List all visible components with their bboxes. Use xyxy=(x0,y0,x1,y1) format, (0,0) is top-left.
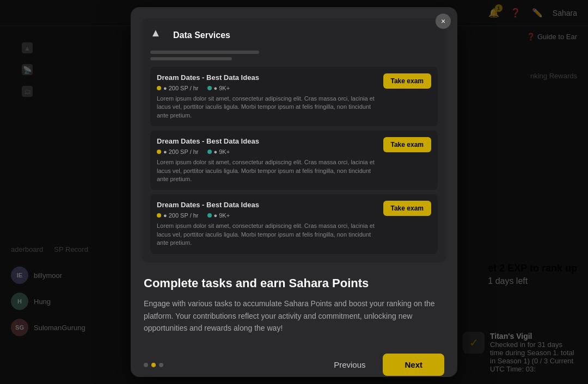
modal-card-title: Data Services xyxy=(173,30,230,40)
modal-body-text: Engage with various tasks to accumulate … xyxy=(144,298,444,334)
dp-dot-3 xyxy=(207,213,212,218)
modal-close-button[interactable]: × xyxy=(436,14,451,29)
sp-dot-2 xyxy=(157,150,161,154)
course-card-2: Dream Dates - Best Data Ideas ● 200 SP /… xyxy=(150,131,438,190)
course-desc-3: Lorem ipsum dolor sit amet, consectetur … xyxy=(157,222,376,247)
course-dp-3: ● 9K+ xyxy=(207,212,230,219)
modal-card-icon: ▲ xyxy=(150,27,168,44)
course-desc-1: Lorem ipsum dolor sit amet, consectetur … xyxy=(157,95,376,120)
dot-2 xyxy=(151,363,156,367)
modal-bottom: Complete tasks and earn Sahara Points En… xyxy=(131,263,457,345)
course-meta-2: ● 200 SP / hr ● 9K+ xyxy=(157,148,376,155)
overlay: × ▲ Data Services Dream Dates - Best Dat… xyxy=(0,0,588,384)
course-action-2: Take exam xyxy=(382,137,431,152)
dp-dot-2 xyxy=(207,150,212,154)
course-desc-2: Lorem ipsum dolor sit amet, consectetur … xyxy=(157,158,376,183)
bar-1 xyxy=(150,51,259,54)
dot-3 xyxy=(159,363,163,367)
sp-dot-3 xyxy=(157,213,161,218)
footer-buttons: Previous Next xyxy=(323,354,444,376)
course-action-3: Take exam xyxy=(382,201,431,216)
modal-card-bars xyxy=(150,51,438,60)
course-meta-1: ● 200 SP / hr ● 9K+ xyxy=(157,85,376,91)
dot-1 xyxy=(144,363,148,367)
next-button[interactable]: Next xyxy=(383,354,444,376)
course-title-2: Dream Dates - Best Data Ideas xyxy=(157,137,376,145)
course-action-1: Take exam xyxy=(382,73,431,89)
course-card-1: Dream Dates - Best Data Ideas ● 200 SP /… xyxy=(150,67,438,126)
sp-dot-1 xyxy=(157,86,161,90)
course-dp-2: ● 9K+ xyxy=(207,148,230,155)
course-dp-1: ● 9K+ xyxy=(207,85,230,91)
dp-dot-1 xyxy=(207,86,212,90)
course-sp-1: ● 200 SP / hr xyxy=(157,85,199,91)
modal: × ▲ Data Services Dream Dates - Best Dat… xyxy=(131,7,457,377)
course-info-1: Dream Dates - Best Data Ideas ● 200 SP /… xyxy=(157,73,376,120)
modal-heading: Complete tasks and earn Sahara Points xyxy=(144,276,444,292)
course-info-2: Dream Dates - Best Data Ideas ● 200 SP /… xyxy=(157,137,376,183)
course-title-1: Dream Dates - Best Data Ideas xyxy=(157,73,376,82)
pagination-dots xyxy=(144,363,163,367)
course-meta-3: ● 200 SP / hr ● 9K+ xyxy=(157,212,376,219)
course-title-3: Dream Dates - Best Data Ideas xyxy=(157,201,376,209)
course-sp-3: ● 200 SP / hr xyxy=(157,212,199,219)
course-sp-2: ● 200 SP / hr xyxy=(157,148,199,155)
take-exam-btn-1[interactable]: Take exam xyxy=(383,73,432,89)
take-exam-btn-2[interactable]: Take exam xyxy=(383,137,432,152)
course-card-3: Dream Dates - Best Data Ideas ● 200 SP /… xyxy=(150,194,438,253)
take-exam-btn-3[interactable]: Take exam xyxy=(383,201,432,216)
modal-card-header: ▲ Data Services xyxy=(150,27,438,44)
modal-footer: Previous Next xyxy=(131,345,457,377)
modal-card-area: ▲ Data Services Dream Dates - Best Data … xyxy=(142,18,446,263)
bar-2 xyxy=(150,57,232,60)
previous-button[interactable]: Previous xyxy=(323,355,376,375)
course-info-3: Dream Dates - Best Data Ideas ● 200 SP /… xyxy=(157,201,376,247)
